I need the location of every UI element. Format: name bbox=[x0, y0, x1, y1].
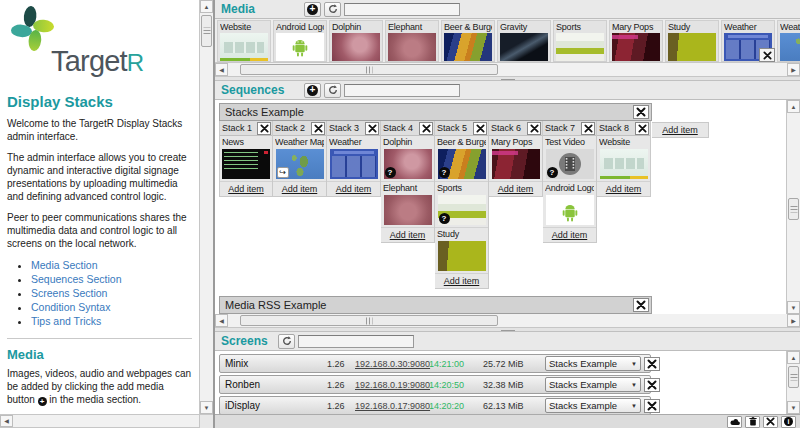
scrollbar-thumb[interactable] bbox=[788, 366, 799, 388]
sidebar-vertical-scrollbar[interactable]: ▲ ▼ bbox=[199, 0, 213, 414]
screen-address-link[interactable]: 192.168.0.19:9080 bbox=[355, 380, 430, 390]
scroll-left-icon[interactable]: ◀ bbox=[215, 314, 228, 327]
scrollbar-thumb[interactable] bbox=[240, 64, 498, 75]
edit-stack-button[interactable] bbox=[419, 122, 433, 135]
sequences-filter-input[interactable] bbox=[344, 84, 460, 97]
sequences-vertical-scrollbar[interactable]: ▲ ▼ bbox=[786, 100, 800, 314]
stack-item[interactable]: News bbox=[220, 136, 272, 182]
delete-trash-button[interactable] bbox=[745, 416, 760, 428]
scrollbar-track[interactable] bbox=[228, 314, 787, 327]
upload-cloud-button[interactable] bbox=[727, 416, 742, 428]
media-item[interactable]: Mary Pops bbox=[609, 20, 663, 62]
add-item-link[interactable]: Add item bbox=[390, 230, 426, 240]
scrollbar-track[interactable] bbox=[200, 13, 213, 401]
link-tips-and-tricks[interactable]: Tips and Tricks bbox=[31, 315, 101, 327]
edit-stack-button[interactable] bbox=[365, 122, 379, 135]
sidebar-horizontal-scrollbar[interactable]: ◀ bbox=[0, 414, 199, 428]
add-item-link[interactable]: Add item bbox=[498, 184, 534, 194]
scroll-down-icon[interactable]: ▼ bbox=[787, 301, 800, 314]
stack-item[interactable]: Study bbox=[435, 228, 488, 274]
edit-stack-button[interactable] bbox=[635, 122, 649, 135]
scroll-up-icon[interactable]: ▲ bbox=[787, 100, 800, 113]
sequence-select[interactable]: Stacks Example ▼ bbox=[545, 377, 641, 392]
media-item[interactable]: Weather bbox=[721, 20, 775, 62]
link-screens-section[interactable]: Screens Section bbox=[31, 287, 107, 299]
screen-address-link[interactable]: 192.168.0.17:9080 bbox=[355, 401, 430, 411]
add-item-link[interactable]: Add item bbox=[444, 276, 480, 286]
media-item[interactable]: Website bbox=[217, 20, 271, 62]
refresh-screens-button[interactable] bbox=[278, 334, 295, 349]
settings-tools-button[interactable] bbox=[763, 416, 778, 428]
stack-column: Stack 2 Weather Map ↪ Add item bbox=[273, 121, 327, 197]
edit-screen-button[interactable] bbox=[644, 378, 660, 392]
link-sequences-section[interactable]: Sequences Section bbox=[31, 273, 121, 285]
scroll-down-icon[interactable]: ▼ bbox=[200, 401, 213, 414]
add-item-link[interactable]: Add item bbox=[282, 184, 318, 194]
media-item[interactable]: Android Logo bbox=[273, 20, 327, 62]
media-item[interactable]: Weather Map bbox=[777, 20, 800, 62]
scroll-left-icon[interactable]: ◀ bbox=[0, 415, 13, 427]
add-item-link[interactable]: Add item bbox=[336, 184, 372, 194]
stack-item[interactable]: Weather Map ↪ bbox=[273, 136, 326, 182]
section-splitter[interactable] bbox=[215, 328, 800, 332]
edit-rss-sequence-button[interactable] bbox=[633, 298, 649, 312]
media-horizontal-scrollbar[interactable]: ◀ ▶ bbox=[215, 63, 800, 77]
scroll-right-icon[interactable]: ▶ bbox=[787, 314, 800, 327]
scrollbar-track[interactable] bbox=[228, 63, 787, 76]
stack-item[interactable]: Android Logo bbox=[543, 182, 596, 228]
media-item[interactable]: Elephant bbox=[385, 20, 439, 62]
stack-item[interactable]: Website bbox=[597, 136, 650, 182]
scrollbar-thumb[interactable] bbox=[201, 15, 212, 47]
stack-item[interactable]: Dolphin ? bbox=[381, 136, 434, 182]
sequence-select[interactable]: Stacks Example ▼ bbox=[545, 398, 641, 413]
stack-item[interactable]: Weather bbox=[327, 136, 380, 182]
scroll-right-icon[interactable]: ▶ bbox=[787, 63, 800, 76]
screens-filter-input[interactable] bbox=[298, 335, 414, 348]
add-item-link[interactable]: Add item bbox=[606, 184, 642, 194]
stack-item[interactable]: Beer & Burger ? bbox=[435, 136, 488, 182]
link-media-section[interactable]: Media Section bbox=[31, 259, 98, 271]
add-item-link[interactable]: Add item bbox=[228, 184, 264, 194]
refresh-media-button[interactable] bbox=[324, 2, 341, 17]
edit-stack-button[interactable] bbox=[527, 122, 541, 135]
info-button[interactable]: i bbox=[781, 416, 796, 428]
edit-screen-button[interactable] bbox=[644, 357, 660, 371]
media-item[interactable]: Dolphin bbox=[329, 20, 383, 62]
edit-media-button[interactable] bbox=[759, 48, 775, 62]
screens-vertical-scrollbar[interactable]: ▲ ▼ bbox=[786, 351, 800, 414]
section-splitter[interactable] bbox=[215, 77, 800, 81]
link-condition-syntax[interactable]: Condition Syntax bbox=[31, 301, 110, 313]
scroll-up-icon[interactable]: ▲ bbox=[787, 351, 800, 364]
media-item[interactable]: Sports bbox=[553, 20, 607, 62]
scrollbar-track[interactable] bbox=[787, 113, 800, 301]
edit-stack-button[interactable] bbox=[257, 122, 271, 135]
sequence-select[interactable]: Stacks Example ▼ bbox=[545, 356, 641, 371]
stack-item[interactable]: Sports ? bbox=[435, 182, 488, 228]
scrollbar-track[interactable] bbox=[787, 364, 800, 401]
media-item[interactable]: Study bbox=[665, 20, 719, 62]
media-item[interactable]: Gravity bbox=[497, 20, 551, 62]
stack-item[interactable]: Mary Pops bbox=[489, 136, 542, 182]
screen-address-link[interactable]: 192.168.0.30:9080 bbox=[355, 359, 430, 369]
edit-stack-button[interactable] bbox=[581, 122, 595, 135]
stack-item[interactable]: Test Video bbox=[543, 136, 596, 182]
add-sequence-button[interactable]: + bbox=[304, 83, 321, 98]
sequences-horizontal-scrollbar[interactable]: ◀ ▶ bbox=[215, 314, 800, 328]
refresh-sequences-button[interactable] bbox=[324, 83, 341, 98]
scroll-down-icon[interactable]: ▼ bbox=[787, 401, 800, 414]
scroll-left-icon[interactable]: ◀ bbox=[215, 63, 228, 76]
edit-stack-button[interactable] bbox=[311, 122, 325, 135]
edit-stacks-sequence-button[interactable] bbox=[633, 105, 649, 119]
scrollbar-thumb[interactable] bbox=[240, 315, 498, 326]
edit-screen-button[interactable] bbox=[644, 399, 660, 413]
media-item[interactable]: Beer & Burger bbox=[441, 20, 495, 62]
add-media-button[interactable]: + bbox=[304, 2, 321, 17]
scrollbar-thumb[interactable] bbox=[788, 198, 799, 220]
stack-item[interactable]: Elephant bbox=[381, 182, 434, 228]
scrollbar-track[interactable] bbox=[13, 415, 199, 427]
add-item-link[interactable]: Add item bbox=[552, 230, 588, 240]
add-stack-link[interactable]: Add item bbox=[662, 125, 698, 135]
media-filter-input[interactable] bbox=[344, 3, 460, 16]
scroll-up-icon[interactable]: ▲ bbox=[200, 0, 213, 13]
edit-stack-button[interactable] bbox=[473, 122, 487, 135]
